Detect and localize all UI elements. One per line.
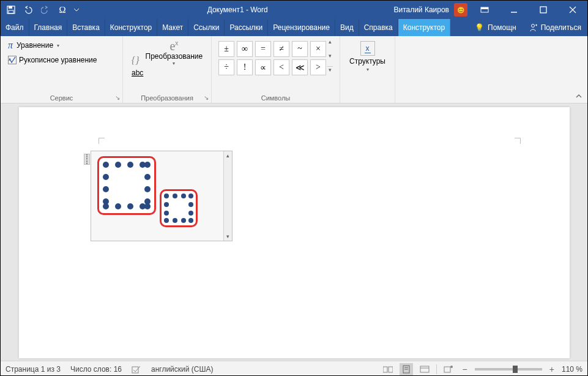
structures-label: Структуры xyxy=(349,57,385,66)
redo-button[interactable] xyxy=(37,2,53,18)
page[interactable]: ▴ ▾ xyxy=(19,107,570,358)
print-layout-button[interactable] xyxy=(400,363,413,375)
scroll-up-icon[interactable]: ▴ xyxy=(224,151,232,160)
tab-file[interactable]: Файл xyxy=(1,19,29,36)
zoom-out-button[interactable]: − xyxy=(460,364,470,374)
tab-equation-design[interactable]: Конструктор xyxy=(398,19,450,36)
web-layout-button[interactable] xyxy=(418,363,431,375)
read-mode-button[interactable] xyxy=(381,363,395,375)
group-conversions: {} ex Преобразование ▾ abc Преобразовани… xyxy=(123,36,212,103)
tools-dialog-launcher[interactable]: ↘ xyxy=(113,93,122,102)
symbol-divide[interactable]: ÷ xyxy=(218,59,234,75)
quick-access-toolbar: Ω xyxy=(3,2,81,18)
qat-more-button[interactable] xyxy=(72,2,81,18)
equation-button[interactable]: π Уравнение ▾ xyxy=(6,39,99,52)
group-symbols: ± ∞ = ≠ ~ × ÷ ! ∝ < ≪ > ▴ ▾ xyxy=(212,36,340,103)
text-button[interactable]: abc xyxy=(130,67,144,78)
scroll-down-icon[interactable]: ▾ xyxy=(224,232,232,241)
tab-design[interactable]: Конструктор xyxy=(105,19,157,36)
user-name: Виталий Каиров xyxy=(393,6,449,14)
save-button[interactable] xyxy=(3,2,19,18)
equation-move-handle[interactable] xyxy=(84,154,90,165)
document-area: ▴ ▾ xyxy=(1,103,587,361)
symbol-plusminus[interactable]: ± xyxy=(218,41,234,57)
conversions-dialog-launcher[interactable]: ↘ xyxy=(202,93,210,102)
svg-rect-20 xyxy=(444,367,450,372)
window-title: Документ1 - Word xyxy=(81,6,393,14)
tab-references[interactable]: Ссылки xyxy=(188,19,225,36)
minimize-button[interactable] xyxy=(502,1,526,19)
zoom-thumb[interactable] xyxy=(513,366,518,373)
page-indicator[interactable]: Страница 1 из 3 xyxy=(6,365,61,374)
equation-placeholder-small[interactable] xyxy=(160,189,198,227)
convert-button[interactable]: ex Преобразование ▾ xyxy=(144,39,204,67)
chevron-down-icon: ▾ xyxy=(367,67,369,72)
undo-button[interactable] xyxy=(20,2,36,18)
symbol-tilde[interactable]: ~ xyxy=(292,41,308,57)
tab-layout[interactable]: Макет xyxy=(157,19,188,36)
convert-icon: ex xyxy=(169,40,178,52)
equation-scrollbar[interactable]: ▴ ▾ xyxy=(223,151,232,241)
svg-rect-18 xyxy=(420,366,429,372)
group-symbols-label: Символы xyxy=(212,94,340,102)
ribbon-display-button[interactable] xyxy=(472,1,497,19)
structures-button[interactable]: x Структуры ▾ xyxy=(344,39,390,75)
zoom-in-button[interactable]: + xyxy=(547,364,557,374)
tab-review[interactable]: Рецензирование xyxy=(268,19,335,36)
group-tools: π Уравнение ▾ Рукописное уравнение Серви… xyxy=(1,36,123,103)
equation-container[interactable]: ▴ ▾ xyxy=(91,151,233,241)
proofing-icon[interactable] xyxy=(132,365,141,374)
equation-label: Уравнение xyxy=(17,41,53,50)
ink-equation-button[interactable]: Рукописное уравнение xyxy=(6,55,99,66)
symbol-button[interactable]: Ω xyxy=(54,2,70,18)
symbols-scroll-up[interactable]: ▴ xyxy=(327,39,333,45)
share-label: Поделиться xyxy=(541,23,581,32)
tab-mailings[interactable]: Рассылки xyxy=(225,19,268,36)
brace-icon: {} xyxy=(132,55,140,66)
zoom-level[interactable]: 110 % xyxy=(562,365,582,374)
symbols-more[interactable]: ▾ xyxy=(327,66,333,73)
tab-home[interactable]: Главная xyxy=(29,19,68,36)
group-structures: x Структуры ▾ xyxy=(340,36,395,103)
collapse-ribbon-button[interactable] xyxy=(573,91,585,102)
symbol-factorial[interactable]: ! xyxy=(237,59,253,75)
symbol-notequal[interactable]: ≠ xyxy=(274,41,289,57)
zoom-slider[interactable] xyxy=(475,368,542,370)
macro-record-icon[interactable] xyxy=(442,363,455,375)
share-icon xyxy=(529,23,537,32)
margin-corner xyxy=(99,138,105,144)
svg-rect-13 xyxy=(383,367,387,372)
language-indicator[interactable]: английский (США) xyxy=(151,365,213,374)
tell-me-label: Помощн xyxy=(488,23,516,32)
word-count[interactable]: Число слов: 16 xyxy=(70,365,122,374)
tab-help[interactable]: Справка xyxy=(359,19,398,36)
margin-corner xyxy=(515,138,521,144)
latex-button[interactable]: {} xyxy=(130,54,141,67)
svg-point-21 xyxy=(450,366,453,368)
close-button[interactable] xyxy=(560,1,585,19)
ink-equation-label: Рукописное уравнение xyxy=(19,56,97,64)
symbol-times[interactable]: × xyxy=(310,41,326,57)
user-avatar[interactable]: 😊 xyxy=(454,3,467,17)
ribbon: π Уравнение ▾ Рукописное уравнение Серви… xyxy=(1,36,587,103)
symbol-less[interactable]: < xyxy=(274,59,289,75)
title-right: Виталий Каиров 😊 xyxy=(393,1,585,19)
chevron-down-icon: ▾ xyxy=(173,61,175,66)
title-bar: Ω Документ1 - Word Виталий Каиров 😊 xyxy=(1,1,587,19)
chevron-down-icon: ▾ xyxy=(57,43,59,48)
tab-view[interactable]: Вид xyxy=(335,19,359,36)
svg-rect-6 xyxy=(540,7,546,13)
symbols-gallery: ± ∞ = ≠ ~ × ÷ ! ∝ < ≪ > xyxy=(218,39,326,75)
symbol-infinity[interactable]: ∞ xyxy=(237,41,253,57)
maximize-button[interactable] xyxy=(531,1,556,19)
tab-insert[interactable]: Вставка xyxy=(67,19,105,36)
symbol-equals[interactable]: = xyxy=(255,41,271,57)
symbol-greater[interactable]: > xyxy=(310,59,326,75)
symbol-muchless[interactable]: ≪ xyxy=(292,59,308,75)
symbols-scroll-down[interactable]: ▾ xyxy=(327,53,333,59)
convert-label: Преобразование xyxy=(146,52,203,61)
equation-placeholder-large[interactable] xyxy=(97,156,156,215)
symbol-propto[interactable]: ∝ xyxy=(255,59,271,75)
tell-me[interactable]: 💡 Помощн xyxy=(469,23,523,32)
share-button[interactable]: Поделиться xyxy=(523,23,587,32)
